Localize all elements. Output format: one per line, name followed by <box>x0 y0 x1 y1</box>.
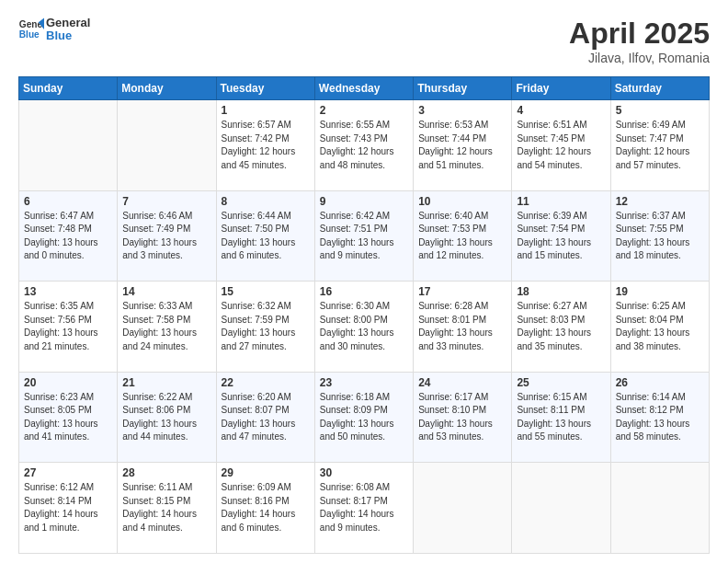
day-info: Sunrise: 6:28 AM Sunset: 8:01 PM Dayligh… <box>418 300 506 353</box>
day-cell: 5Sunrise: 6:49 AM Sunset: 7:47 PM Daylig… <box>610 100 709 191</box>
day-number: 11 <box>517 195 605 208</box>
day-number: 26 <box>616 376 704 389</box>
day-info: Sunrise: 6:57 AM Sunset: 7:42 PM Dayligh… <box>222 119 310 172</box>
day-number: 13 <box>24 285 112 298</box>
day-number: 15 <box>222 285 310 298</box>
day-cell: 26Sunrise: 6:14 AM Sunset: 8:12 PM Dayli… <box>610 372 709 463</box>
day-info: Sunrise: 6:08 AM Sunset: 8:17 PM Dayligh… <box>320 481 408 534</box>
day-info: Sunrise: 6:18 AM Sunset: 8:09 PM Dayligh… <box>320 391 408 444</box>
day-info: Sunrise: 6:14 AM Sunset: 8:12 PM Dayligh… <box>616 391 704 444</box>
day-info: Sunrise: 6:22 AM Sunset: 8:06 PM Dayligh… <box>122 391 210 444</box>
day-number: 9 <box>320 195 408 208</box>
day-number: 30 <box>320 466 408 479</box>
day-info: Sunrise: 6:09 AM Sunset: 8:16 PM Dayligh… <box>222 481 310 534</box>
logo: General Blue General Blue <box>18 17 90 43</box>
day-cell: 25Sunrise: 6:15 AM Sunset: 8:11 PM Dayli… <box>512 372 610 463</box>
day-info: Sunrise: 6:17 AM Sunset: 8:10 PM Dayligh… <box>418 391 506 444</box>
day-info: Sunrise: 6:12 AM Sunset: 8:14 PM Dayligh… <box>24 481 112 534</box>
page: General Blue General Blue April 2025 Jil… <box>0 0 728 563</box>
day-cell <box>610 463 709 554</box>
week-row-1: 1Sunrise: 6:57 AM Sunset: 7:42 PM Daylig… <box>19 100 710 191</box>
day-cell <box>414 463 512 554</box>
week-row-2: 6Sunrise: 6:47 AM Sunset: 7:48 PM Daylig… <box>19 190 710 282</box>
day-info: Sunrise: 6:11 AM Sunset: 8:15 PM Dayligh… <box>122 481 210 534</box>
day-cell: 23Sunrise: 6:18 AM Sunset: 8:09 PM Dayli… <box>314 372 413 463</box>
col-header-monday: Monday <box>118 77 216 100</box>
title-block: April 2025 Jilava, Ilfov, Romania <box>569 17 710 65</box>
day-info: Sunrise: 6:49 AM Sunset: 7:47 PM Dayligh… <box>616 119 704 172</box>
day-number: 18 <box>517 285 605 298</box>
main-title: April 2025 <box>569 17 710 51</box>
subtitle: Jilava, Ilfov, Romania <box>569 51 710 65</box>
week-row-3: 13Sunrise: 6:35 AM Sunset: 7:56 PM Dayli… <box>19 282 710 373</box>
day-cell: 12Sunrise: 6:37 AM Sunset: 7:55 PM Dayli… <box>610 190 709 282</box>
day-cell: 19Sunrise: 6:25 AM Sunset: 8:04 PM Dayli… <box>610 282 709 373</box>
day-number: 23 <box>320 376 408 389</box>
col-header-saturday: Saturday <box>610 77 709 100</box>
day-cell: 11Sunrise: 6:39 AM Sunset: 7:54 PM Dayli… <box>512 190 610 282</box>
day-info: Sunrise: 6:42 AM Sunset: 7:51 PM Dayligh… <box>320 210 408 263</box>
calendar-table: SundayMondayTuesdayWednesdayThursdayFrid… <box>18 76 710 554</box>
day-cell: 18Sunrise: 6:27 AM Sunset: 8:03 PM Dayli… <box>512 282 610 373</box>
day-cell: 30Sunrise: 6:08 AM Sunset: 8:17 PM Dayli… <box>314 463 413 554</box>
day-number: 10 <box>418 195 506 208</box>
day-info: Sunrise: 6:20 AM Sunset: 8:07 PM Dayligh… <box>222 391 310 444</box>
day-cell <box>118 100 216 191</box>
day-number: 5 <box>616 104 704 117</box>
day-info: Sunrise: 6:33 AM Sunset: 7:58 PM Dayligh… <box>122 300 210 353</box>
day-number: 12 <box>616 195 704 208</box>
day-cell: 22Sunrise: 6:20 AM Sunset: 8:07 PM Dayli… <box>216 372 314 463</box>
day-info: Sunrise: 6:51 AM Sunset: 7:45 PM Dayligh… <box>517 119 605 172</box>
day-cell: 9Sunrise: 6:42 AM Sunset: 7:51 PM Daylig… <box>314 190 413 282</box>
day-cell: 10Sunrise: 6:40 AM Sunset: 7:53 PM Dayli… <box>414 190 512 282</box>
day-cell: 13Sunrise: 6:35 AM Sunset: 7:56 PM Dayli… <box>19 282 118 373</box>
day-info: Sunrise: 6:32 AM Sunset: 7:59 PM Dayligh… <box>222 300 310 353</box>
day-cell <box>19 100 118 191</box>
day-info: Sunrise: 6:27 AM Sunset: 8:03 PM Dayligh… <box>517 300 605 353</box>
day-number: 4 <box>517 104 605 117</box>
day-info: Sunrise: 6:35 AM Sunset: 7:56 PM Dayligh… <box>24 300 112 353</box>
day-info: Sunrise: 6:46 AM Sunset: 7:49 PM Dayligh… <box>122 210 210 263</box>
logo-general-text: General <box>46 17 90 29</box>
day-number: 7 <box>122 195 210 208</box>
logo-icon: General Blue <box>18 17 44 42</box>
day-cell <box>512 463 610 554</box>
day-number: 8 <box>222 195 310 208</box>
day-cell: 27Sunrise: 6:12 AM Sunset: 8:14 PM Dayli… <box>19 463 118 554</box>
logo-blue-text: Blue <box>46 29 90 42</box>
day-info: Sunrise: 6:15 AM Sunset: 8:11 PM Dayligh… <box>517 391 605 444</box>
week-row-5: 27Sunrise: 6:12 AM Sunset: 8:14 PM Dayli… <box>19 463 710 554</box>
day-number: 25 <box>517 376 605 389</box>
day-cell: 28Sunrise: 6:11 AM Sunset: 8:15 PM Dayli… <box>118 463 216 554</box>
day-number: 3 <box>418 104 506 117</box>
day-cell: 21Sunrise: 6:22 AM Sunset: 8:06 PM Dayli… <box>118 372 216 463</box>
day-number: 16 <box>320 285 408 298</box>
header: General Blue General Blue April 2025 Jil… <box>18 17 710 65</box>
day-info: Sunrise: 6:47 AM Sunset: 7:48 PM Dayligh… <box>24 210 112 263</box>
day-info: Sunrise: 6:55 AM Sunset: 7:43 PM Dayligh… <box>320 119 408 172</box>
col-header-friday: Friday <box>512 77 610 100</box>
day-cell: 4Sunrise: 6:51 AM Sunset: 7:45 PM Daylig… <box>512 100 610 191</box>
day-number: 20 <box>24 376 112 389</box>
day-cell: 8Sunrise: 6:44 AM Sunset: 7:50 PM Daylig… <box>216 190 314 282</box>
day-cell: 14Sunrise: 6:33 AM Sunset: 7:58 PM Dayli… <box>118 282 216 373</box>
day-number: 6 <box>24 195 112 208</box>
col-header-tuesday: Tuesday <box>216 77 314 100</box>
day-number: 21 <box>122 376 210 389</box>
day-number: 27 <box>24 466 112 479</box>
day-number: 29 <box>222 466 310 479</box>
header-row: SundayMondayTuesdayWednesdayThursdayFrid… <box>19 77 710 100</box>
day-cell: 29Sunrise: 6:09 AM Sunset: 8:16 PM Dayli… <box>216 463 314 554</box>
day-number: 22 <box>222 376 310 389</box>
day-info: Sunrise: 6:30 AM Sunset: 8:00 PM Dayligh… <box>320 300 408 353</box>
day-cell: 15Sunrise: 6:32 AM Sunset: 7:59 PM Dayli… <box>216 282 314 373</box>
day-info: Sunrise: 6:39 AM Sunset: 7:54 PM Dayligh… <box>517 210 605 263</box>
day-cell: 16Sunrise: 6:30 AM Sunset: 8:00 PM Dayli… <box>314 282 413 373</box>
day-info: Sunrise: 6:40 AM Sunset: 7:53 PM Dayligh… <box>418 210 506 263</box>
day-number: 17 <box>418 285 506 298</box>
day-cell: 20Sunrise: 6:23 AM Sunset: 8:05 PM Dayli… <box>19 372 118 463</box>
day-info: Sunrise: 6:53 AM Sunset: 7:44 PM Dayligh… <box>418 119 506 172</box>
day-cell: 1Sunrise: 6:57 AM Sunset: 7:42 PM Daylig… <box>216 100 314 191</box>
day-cell: 3Sunrise: 6:53 AM Sunset: 7:44 PM Daylig… <box>414 100 512 191</box>
day-cell: 6Sunrise: 6:47 AM Sunset: 7:48 PM Daylig… <box>19 190 118 282</box>
